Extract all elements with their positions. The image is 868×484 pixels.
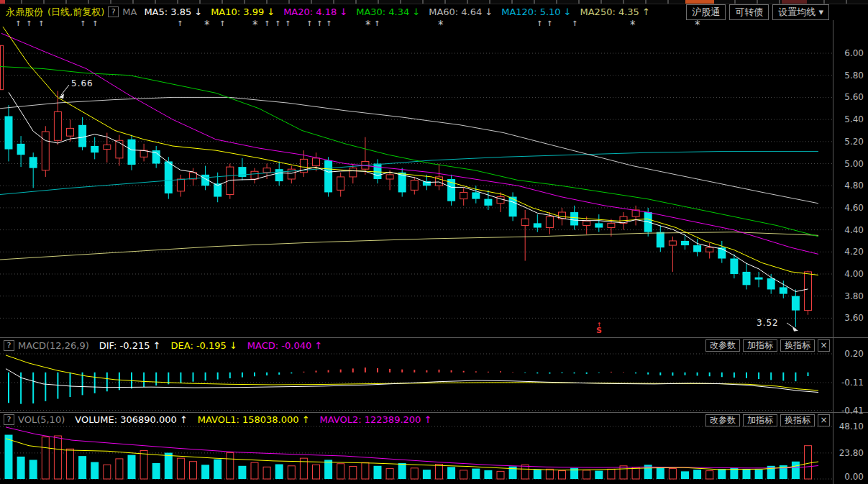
price-axis-label: 3.60 bbox=[844, 313, 864, 323]
event-arrow-icon: ↑ bbox=[547, 19, 552, 27]
macd-stats: DIF: -0.215 ↑DEA: -0.195 ↓MACD: -0.040 ↑ bbox=[99, 340, 333, 351]
panel-button[interactable]: 加指标 bbox=[743, 414, 777, 426]
event-star-icon: * bbox=[630, 19, 636, 32]
close-icon[interactable]: × bbox=[818, 414, 830, 426]
vol-stats: VOLUME: 306890.000 ↑MAVOL1: 158038.000 ↑… bbox=[75, 414, 442, 425]
event-arrow-icon: ↑ bbox=[275, 19, 280, 27]
macd-axis-label: -0.11 bbox=[841, 378, 864, 388]
macd-axis-label: -0.41 bbox=[841, 406, 864, 416]
event-arrow-icon: ↑ bbox=[374, 19, 380, 27]
low-price-annotation: 3.52 bbox=[757, 318, 779, 328]
event-arrow-icon: ↑ bbox=[38, 19, 44, 27]
event-arrow-icon: ↑ bbox=[15, 19, 21, 27]
indicator-value: VOLUME: 306890.000 ↑ bbox=[75, 414, 188, 425]
panel-button[interactable]: 换指标 bbox=[780, 339, 815, 352]
event-arrow-icon: ↑ bbox=[264, 19, 270, 27]
vol-indicator-title: VOL(5,10) bbox=[18, 414, 65, 425]
panel-button[interactable]: 换指标 bbox=[780, 414, 815, 426]
price-axis-label: 4.20 bbox=[844, 247, 864, 257]
event-arrow-icon: ↑ bbox=[26, 19, 32, 27]
event-arrow-icon: ↑ bbox=[536, 19, 542, 27]
indicator-value: MACD: -0.040 ↑ bbox=[247, 340, 322, 351]
event-arrow-icon: ↑ bbox=[219, 19, 225, 27]
event-arrow-icon: ↑ bbox=[177, 19, 183, 27]
price-axis-label: 3.80 bbox=[844, 291, 864, 301]
price-axis-label: 4.60 bbox=[844, 203, 864, 213]
indicator-value: DIF: -0.215 ↑ bbox=[99, 340, 161, 351]
event-arrow-icon: ↑ bbox=[80, 19, 86, 27]
event-star-icon: * bbox=[252, 19, 258, 32]
event-star-icon: * bbox=[438, 19, 444, 32]
event-arrow-icon: ↑ bbox=[92, 19, 98, 27]
vol-axis-label: 23.80 bbox=[839, 448, 864, 458]
macd-axis-label: 0.20 bbox=[844, 349, 864, 359]
vol-panel-header: ? VOL(5,10) VOLUME: 306890.000 ↑MAVOL1: … bbox=[0, 414, 833, 425]
vol-panel-buttons: 改参数加指标换指标× bbox=[705, 414, 830, 426]
macd-indicator-title: MACD(12,26,9) bbox=[18, 340, 89, 351]
event-arrow-icon: ↑ bbox=[316, 19, 322, 27]
indicator-value: MAVOL2: 122389.200 ↑ bbox=[320, 414, 432, 425]
macd-panel-header: ? MACD(12,26,9) DIF: -0.215 ↑DEA: -0.195… bbox=[0, 339, 833, 352]
event-arrow-icon: ↑ bbox=[306, 19, 312, 27]
event-arrow-icon: ↑ bbox=[285, 19, 291, 27]
price-axis-label: 5.00 bbox=[844, 159, 864, 169]
price-axis-label: 4.80 bbox=[844, 181, 864, 191]
macd-histogram[interactable] bbox=[6, 355, 818, 404]
indicator-value: MAVOL1: 158038.000 ↑ bbox=[198, 414, 310, 425]
price-axis-label: 5.80 bbox=[844, 70, 864, 81]
event-arrow-icon: ↑ bbox=[572, 19, 577, 27]
price-axis-label: 5.20 bbox=[844, 137, 864, 147]
close-icon[interactable]: × bbox=[818, 339, 830, 352]
indicator-value: DEA: -0.195 ↓ bbox=[171, 340, 237, 351]
event-star-icon: * bbox=[204, 19, 210, 32]
high-price-annotation: 5.66 bbox=[71, 78, 93, 88]
vol-axis-label: 48.10 bbox=[839, 421, 864, 432]
event-star-icon: * bbox=[365, 19, 371, 32]
price-axis-label: 4.40 bbox=[844, 225, 864, 235]
sell-signal-marker: ↑S bbox=[594, 322, 604, 334]
help-icon[interactable]: ? bbox=[4, 414, 14, 425]
price-axis-label: 4.00 bbox=[844, 269, 864, 279]
price-axis-label: 5.40 bbox=[844, 114, 864, 124]
stock-app-window: { "topbar": { "stock_name": "永鼎股份", "per… bbox=[0, 0, 868, 484]
candlestick-series[interactable] bbox=[1, 45, 812, 327]
vol-axis-label: 0.00 bbox=[844, 472, 864, 482]
panel-button[interactable]: 加指标 bbox=[743, 339, 777, 352]
price-axis-label: 5.60 bbox=[844, 92, 864, 102]
event-star-icon: * bbox=[695, 19, 700, 32]
help-icon[interactable]: ? bbox=[4, 340, 14, 351]
chart-canvas[interactable] bbox=[0, 0, 868, 484]
panel-button[interactable]: 改参数 bbox=[705, 414, 740, 426]
event-arrow-icon: ↑ bbox=[326, 19, 332, 27]
price-axis-label: 6.00 bbox=[844, 48, 864, 58]
panel-button[interactable]: 改参数 bbox=[705, 339, 740, 352]
macd-panel-buttons: 改参数加指标换指标× bbox=[705, 339, 830, 352]
